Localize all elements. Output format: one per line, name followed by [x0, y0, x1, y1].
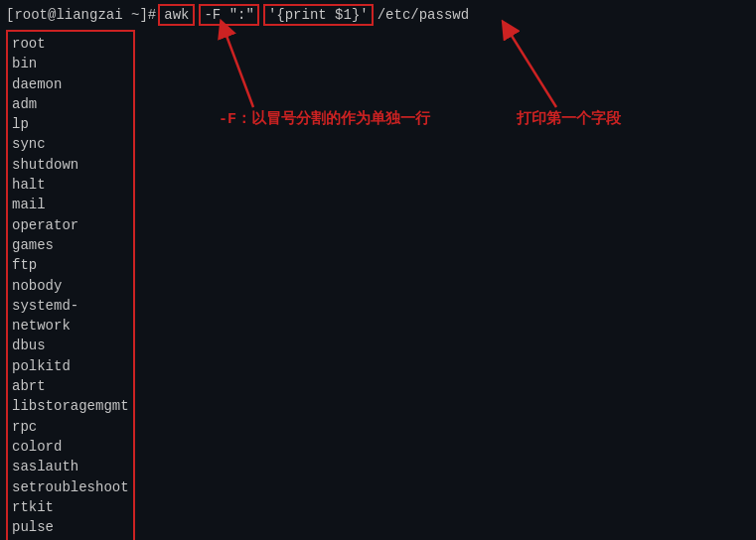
- list-item: operator: [12, 215, 129, 235]
- output-area: rootbindaemonadmlpsyncshutdownhaltmailop…: [6, 30, 750, 540]
- list-item: rpc: [12, 417, 129, 437]
- list-item: dbus: [12, 336, 129, 355]
- list-item: games: [12, 235, 129, 255]
- list-item: colord: [12, 437, 129, 457]
- annotation-right: 打印第一个字段: [517, 109, 621, 128]
- command-line: [root@liangzai ~]# awk -F ":" '{print $1…: [6, 4, 750, 26]
- list-item: bin: [12, 54, 129, 73]
- annotation-left: -F：以冒号分割的作为单独一行: [219, 109, 430, 128]
- prompt: [root@liangzai ~]#: [6, 7, 156, 23]
- list-item: ftp: [12, 255, 129, 275]
- list-item: nobody: [12, 276, 129, 296]
- list-item: libstoragemgmt: [12, 396, 129, 416]
- list-item: setroubleshoot: [12, 477, 129, 497]
- list-item: polkitd: [12, 356, 129, 376]
- list-item: systemd-network: [12, 296, 129, 337]
- list-item: halt: [12, 175, 129, 195]
- list-item: mail: [12, 195, 129, 214]
- awk-token: awk: [158, 4, 195, 26]
- output-list: rootbindaemonadmlpsyncshutdownhaltmailop…: [6, 30, 135, 540]
- list-item: rtkit: [12, 497, 129, 517]
- list-item: sync: [12, 134, 129, 154]
- terminal: [root@liangzai ~]# awk -F ":" '{print $1…: [0, 0, 756, 540]
- list-item: root: [12, 34, 129, 54]
- list-item: abrt: [12, 376, 129, 396]
- script-token: '{print $1}': [263, 4, 374, 26]
- list-item: daemon: [12, 74, 129, 94]
- flag-token: -F ":": [199, 4, 258, 26]
- list-item: pulse: [12, 517, 129, 537]
- list-item: lp: [12, 114, 129, 134]
- list-item: adm: [12, 94, 129, 114]
- list-item: saslauth: [12, 457, 129, 476]
- file-token: /etc/passwd: [378, 7, 469, 23]
- list-item: shutdown: [12, 155, 129, 175]
